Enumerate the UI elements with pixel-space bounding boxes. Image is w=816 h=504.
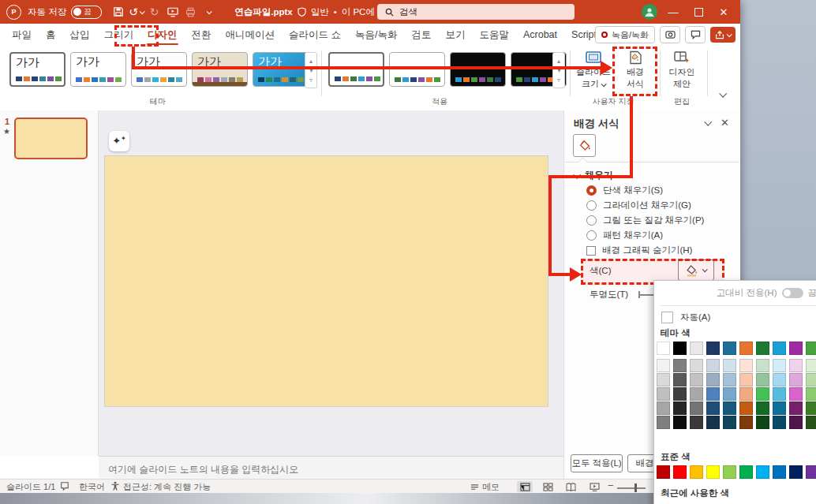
color-swatch[interactable]	[756, 465, 769, 479]
radio-icon[interactable]	[586, 215, 597, 226]
ribbon-tab-보기[interactable]: 보기	[438, 24, 472, 46]
slideshow-view-button[interactable]	[586, 481, 602, 492]
color-swatch[interactable]	[723, 465, 736, 479]
color-swatch[interactable]	[756, 342, 769, 355]
variant-gallery-more-button[interactable]: ▴▾▿	[552, 52, 565, 88]
maximize-button[interactable]	[687, 0, 710, 24]
color-swatch[interactable]	[756, 373, 769, 386]
color-swatch[interactable]	[806, 342, 816, 355]
close-button[interactable]: ✕	[712, 0, 736, 24]
radio-icon[interactable]	[586, 200, 597, 211]
color-swatch[interactable]	[706, 373, 720, 386]
ribbon-tab-홈[interactable]: 홈	[39, 24, 63, 46]
search-input[interactable]: 검색	[377, 4, 575, 20]
color-swatch[interactable]	[723, 416, 736, 429]
fill-section-header[interactable]: 채우기	[574, 169, 613, 182]
format-background-button[interactable]: 배경 서식	[616, 50, 654, 89]
color-swatch[interactable]	[773, 401, 786, 415]
ribbon-tab-전환[interactable]: 전환	[185, 24, 219, 46]
color-swatch[interactable]	[723, 401, 736, 415]
redo-icon[interactable]: ↻	[146, 0, 163, 24]
slide-sorter-view-button[interactable]	[540, 481, 556, 492]
panel-chevron-icon[interactable]	[704, 118, 712, 126]
theme-thumbnail-4[interactable]: 가가	[192, 52, 248, 87]
ribbon-tab-슬라이드 쇼[interactable]: 슬라이드 쇼	[282, 24, 348, 46]
panel-close-icon[interactable]: ✕	[721, 117, 729, 129]
radio-icon[interactable]	[586, 185, 597, 196]
color-swatch[interactable]	[706, 387, 720, 401]
color-swatch[interactable]	[806, 416, 816, 429]
ribbon-tab-애니메이션[interactable]: 애니메이션	[219, 24, 283, 46]
color-swatch[interactable]	[690, 342, 703, 355]
theme-thumbnail-2[interactable]: 가가	[70, 52, 126, 87]
cameo-button[interactable]	[660, 26, 680, 43]
notes-pane[interactable]: 여기에 슬라이드 노트의 내용을 입력하십시오	[99, 456, 563, 479]
color-swatch[interactable]	[739, 359, 753, 372]
color-swatch[interactable]	[673, 359, 687, 372]
reading-view-button[interactable]	[563, 481, 578, 492]
color-swatch[interactable]	[673, 342, 687, 355]
color-swatch[interactable]	[657, 416, 670, 429]
minimize-button[interactable]: —	[661, 0, 685, 24]
color-swatch[interactable]	[806, 465, 816, 479]
ribbon-tab-삽입[interactable]: 삽입	[63, 24, 97, 46]
ribbon-tab-그리기[interactable]: 그리기	[97, 24, 141, 46]
theme-thumbnail-5[interactable]: 가가	[253, 52, 309, 87]
color-swatch[interactable]	[756, 416, 769, 429]
color-swatch[interactable]	[706, 359, 720, 372]
comments-button[interactable]	[685, 26, 706, 43]
color-swatch[interactable]	[739, 465, 753, 479]
color-swatch[interactable]	[706, 342, 720, 355]
slide-size-button[interactable]: 슬라이드 크기	[575, 50, 612, 89]
color-swatch[interactable]	[690, 373, 703, 386]
color-swatch[interactable]	[739, 373, 753, 386]
color-swatch[interactable]	[657, 465, 670, 479]
autosave-toggle[interactable]: 자동 저장 끔	[28, 6, 102, 19]
color-swatch[interactable]	[690, 465, 703, 479]
theme-thumbnail-3[interactable]: 가가	[131, 52, 187, 87]
save-icon[interactable]	[110, 0, 126, 24]
color-swatch[interactable]	[789, 465, 803, 479]
share-button[interactable]	[710, 27, 736, 43]
ribbon-tab-디자인[interactable]: 디자인	[140, 24, 185, 46]
color-swatch[interactable]	[673, 401, 687, 415]
color-swatch[interactable]	[789, 373, 803, 386]
qat-more-icon[interactable]	[200, 0, 217, 24]
color-swatch[interactable]	[739, 401, 753, 415]
color-swatch[interactable]	[673, 416, 687, 429]
fill-tab-button[interactable]	[573, 134, 596, 157]
checkbox-icon[interactable]	[586, 246, 596, 256]
color-swatch[interactable]	[690, 359, 703, 372]
color-swatch[interactable]	[657, 401, 670, 415]
color-swatch[interactable]	[723, 373, 736, 386]
language-label[interactable]: 한국어	[79, 481, 105, 493]
color-swatch[interactable]	[789, 387, 803, 401]
record-button[interactable]: 녹음/녹화	[595, 26, 655, 43]
variant-thumbnail-3[interactable]	[450, 52, 506, 87]
undo-icon[interactable]: ↺	[128, 0, 144, 24]
color-swatch[interactable]	[756, 359, 769, 372]
color-swatch[interactable]	[706, 465, 720, 479]
color-swatch[interactable]	[673, 387, 687, 401]
automatic-color-option[interactable]: 자동(A)	[661, 312, 710, 323]
color-swatch[interactable]	[806, 401, 816, 415]
color-swatch[interactable]	[706, 401, 720, 415]
color-swatch[interactable]	[789, 401, 803, 415]
fill-option-배경 그래픽 숨기기(H)[interactable]: 배경 그래픽 숨기기(H)	[586, 243, 704, 258]
app-icon[interactable]: P	[6, 5, 21, 20]
slide-canvas[interactable]	[105, 156, 548, 406]
print-icon[interactable]	[182, 0, 199, 24]
start-slideshow-icon[interactable]	[164, 0, 181, 24]
color-swatch[interactable]	[739, 387, 753, 401]
zoom-slider-handle[interactable]	[634, 483, 637, 492]
color-swatch[interactable]	[789, 416, 803, 429]
color-swatch[interactable]	[723, 342, 736, 355]
ribbon-tab-파일[interactable]: 파일	[5, 24, 39, 46]
ribbon-tab-검토[interactable]: 검토	[404, 24, 438, 46]
variant-thumbnail-1[interactable]	[328, 52, 384, 87]
color-swatch[interactable]	[739, 416, 753, 429]
autosave-pill[interactable]: 끔	[71, 6, 102, 19]
color-swatch[interactable]	[657, 359, 670, 372]
slide-thumbnail[interactable]	[14, 118, 88, 159]
color-swatch[interactable]	[773, 465, 786, 479]
